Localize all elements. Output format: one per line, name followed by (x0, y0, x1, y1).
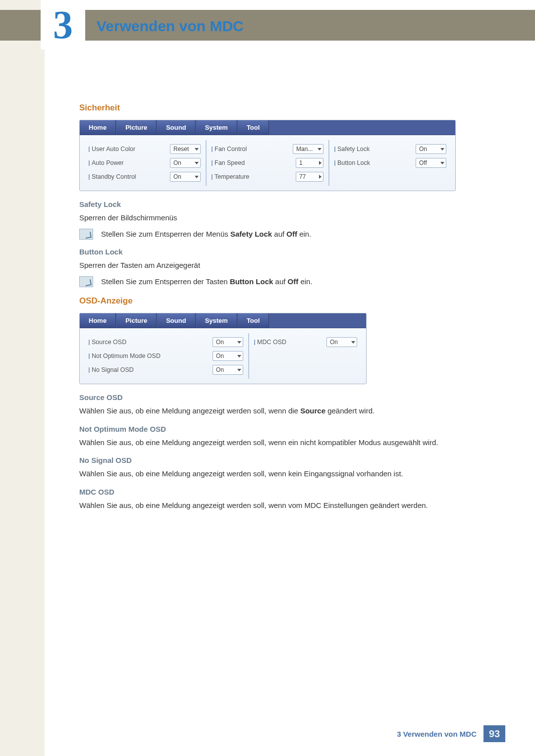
subheading-button-lock: Button Lock (79, 248, 485, 256)
tab-home[interactable]: Home (80, 120, 116, 135)
tab-picture[interactable]: Picture (116, 313, 157, 328)
label-user-auto-color: User Auto Color (89, 146, 166, 152)
label-source-osd: Source OSD (89, 339, 209, 346)
label-fan-speed: Fan Speed (212, 159, 292, 166)
osd-tabs: Home Picture Sound System Tool (80, 313, 366, 328)
page-footer: 3 Verwenden von MDC 93 (0, 725, 535, 742)
tab-sound[interactable]: Sound (157, 120, 195, 135)
dropdown-user-auto-color[interactable]: Reset (170, 144, 201, 154)
label-not-optimum-osd: Not Optimum Mode OSD (89, 353, 209, 359)
osd-panel: Home Picture Sound System Tool Source OS… (79, 313, 367, 384)
chevron-down-icon (195, 148, 199, 151)
chevron-down-icon (351, 341, 355, 344)
note-safety-lock: Stellen Sie zum Entsperren der Menüs Saf… (79, 229, 485, 240)
tab-picture[interactable]: Picture (116, 120, 157, 135)
dropdown-auto-power[interactable]: On (170, 158, 201, 168)
footer-chapter-label: 3 Verwenden von MDC (397, 730, 477, 738)
safety-col-2: Fan ControlMan... Fan Speed1 Temperature… (206, 140, 328, 186)
chevron-right-icon (319, 161, 321, 165)
text-source-osd: Wählen Sie aus, ob eine Meldung angezeig… (79, 405, 485, 417)
tab-tool[interactable]: Tool (238, 120, 269, 135)
note-text: Stellen Sie zum Entsperren der Tasten Bu… (101, 276, 313, 288)
subheading-not-optimum: Not Optimum Mode OSD (79, 425, 485, 433)
chevron-down-icon (237, 355, 241, 357)
chapter-number: 3 (41, 0, 85, 50)
text-safety-lock: Sperren der Bildschirmmenüs (79, 212, 485, 224)
subheading-mdc-osd: MDC OSD (79, 488, 485, 496)
tab-home[interactable]: Home (80, 313, 116, 328)
subheading-safety-lock: Safety Lock (79, 200, 485, 208)
safety-tabs: Home Picture Sound System Tool (80, 120, 455, 135)
label-temperature: Temperature (212, 173, 292, 180)
dropdown-no-signal-osd[interactable]: On (213, 365, 243, 375)
tab-system[interactable]: System (196, 313, 237, 328)
label-safety-lock: Safety Lock (334, 146, 412, 152)
section-heading-osd: OSD-Anzeige (79, 296, 485, 306)
chevron-down-icon (237, 369, 241, 371)
text-no-signal: Wählen Sie aus, ob eine Meldung angezeig… (79, 468, 485, 480)
tab-sound[interactable]: Sound (157, 313, 195, 328)
label-no-signal-osd: No Signal OSD (89, 366, 209, 373)
safety-col-1: User Auto ColorReset Auto PowerOn Standb… (84, 140, 206, 186)
dropdown-standby-control[interactable]: On (170, 172, 201, 182)
dropdown-button-lock[interactable]: Off (416, 158, 446, 168)
tab-system[interactable]: System (196, 120, 237, 135)
text-button-lock: Sperren der Tasten am Anzeigegerät (79, 260, 485, 271)
label-button-lock: Button Lock (334, 159, 412, 166)
spinner-fan-speed[interactable]: 1 (296, 158, 323, 168)
label-auto-power: Auto Power (89, 159, 166, 166)
left-rail (0, 0, 45, 756)
chevron-down-icon (195, 162, 199, 164)
chevron-down-icon (440, 148, 444, 151)
chevron-down-icon (237, 341, 241, 344)
chapter-title: Verwenden von MDC (97, 18, 244, 35)
chevron-down-icon (195, 176, 199, 178)
dropdown-safety-lock[interactable]: On (416, 144, 446, 154)
spinner-temperature[interactable]: 77 (296, 172, 323, 182)
page-number: 93 (483, 725, 505, 742)
text-mdc-osd: Wählen Sie aus, ob eine Meldung angezeig… (79, 500, 485, 511)
chevron-down-icon (440, 162, 444, 164)
dropdown-not-optimum-osd[interactable]: On (213, 351, 243, 361)
section-heading-sicherheit: Sicherheit (79, 103, 485, 113)
chevron-down-icon (318, 148, 321, 151)
note-button-lock: Stellen Sie zum Entsperren der Tasten Bu… (79, 276, 485, 288)
dropdown-source-osd[interactable]: On (213, 337, 243, 347)
label-fan-control: Fan Control (212, 146, 289, 152)
tab-tool[interactable]: Tool (238, 313, 269, 328)
safety-col-3: Safety LockOn Button LockOff (328, 140, 451, 186)
text-not-optimum: Wählen Sie aus, ob eine Meldung angezeig… (79, 437, 485, 449)
safety-panel: Home Picture Sound System Tool User Auto… (79, 120, 456, 191)
label-standby-control: Standby Control (89, 173, 166, 180)
note-icon (79, 229, 93, 240)
note-icon (79, 276, 93, 287)
note-text: Stellen Sie zum Entsperren der Menüs Saf… (101, 229, 311, 240)
page-content: Sicherheit Home Picture Sound System Too… (79, 94, 485, 515)
chevron-right-icon (319, 175, 321, 179)
label-mdc-osd: MDC OSD (254, 339, 322, 346)
subheading-source-osd: Source OSD (79, 393, 485, 402)
dropdown-fan-control[interactable]: Man... (293, 144, 323, 154)
osd-col-2: MDC OSDOn (248, 333, 362, 379)
subheading-no-signal: No Signal OSD (79, 456, 485, 464)
osd-col-1: Source OSDOn Not Optimum Mode OSDOn No S… (84, 333, 248, 379)
dropdown-mdc-osd[interactable]: On (326, 337, 357, 347)
